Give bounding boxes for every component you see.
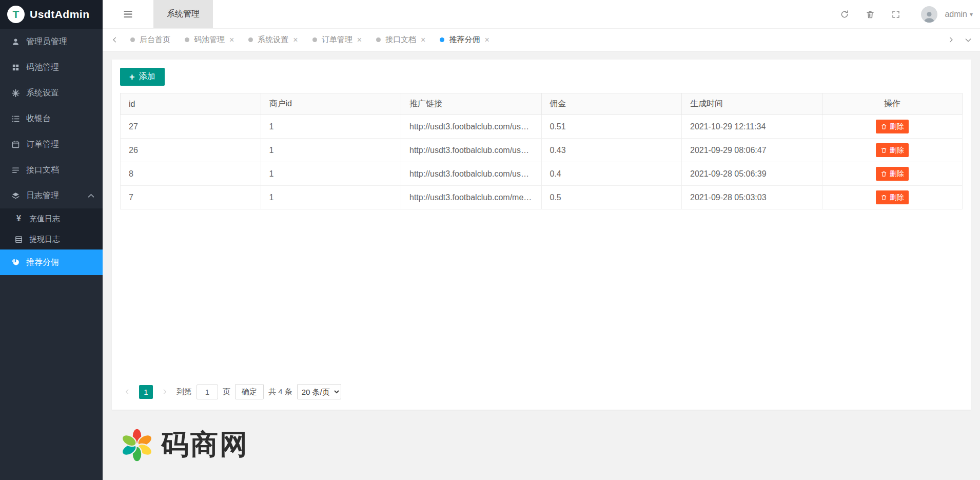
tab-label: 码池管理 [194, 35, 225, 45]
table-row: 8 1 http://usdt3.footbalclub.com/usdtmer… [121, 162, 963, 186]
document-lines-icon [11, 166, 20, 175]
sidebar: T UsdtAdmin 管理员管理 码池管理 系统设置 收银台 [0, 0, 103, 480]
fullscreen-icon [891, 10, 900, 19]
page-size-select[interactable]: 20 条/页 [297, 384, 341, 399]
cell-commission: 0.5 [541, 186, 682, 209]
tab-label: 系统设置 [258, 35, 288, 45]
tab-close-icon[interactable]: × [421, 36, 425, 44]
cell-commission: 0.4 [541, 162, 682, 186]
hamburger-icon [123, 9, 133, 19]
app-title: UsdtAdmin [30, 8, 90, 21]
sidebar-item-order-management[interactable]: 订单管理 [0, 131, 103, 157]
header-tab-system-management[interactable]: 系统管理 [153, 0, 213, 28]
table-list-icon [14, 235, 23, 244]
tab-label: 订单管理 [322, 35, 352, 45]
yen-icon: ¥ [14, 214, 23, 223]
brand-flower-icon [120, 428, 154, 462]
chevron-left-icon [111, 36, 119, 44]
sidebar-item-referral-commission[interactable]: 推荐分佣 [0, 249, 103, 275]
goto-page-input[interactable] [197, 385, 218, 399]
delete-button[interactable]: 删除 [876, 120, 909, 133]
refresh-button[interactable] [840, 10, 849, 19]
cell-id: 7 [121, 186, 261, 209]
cell-merchant-id: 1 [261, 186, 401, 209]
tab-dot-icon [130, 37, 135, 42]
tabs-more-button[interactable] [959, 36, 977, 44]
sidebar-item-recharge-log[interactable]: ¥ 充值日志 [0, 208, 103, 229]
sidebar-item-admin-management[interactable]: 管理员管理 [0, 29, 103, 54]
referral-commission-panel: + 添加 id 商户id 推广链接 佣金 生成时间 操作 [112, 60, 971, 410]
tab-api-docs[interactable]: 接口文档 × [369, 29, 433, 51]
tab-home[interactable]: 后台首页 [123, 29, 178, 51]
sidebar-item-label: 接口文档 [26, 165, 59, 176]
footer-brand: 码商网 [112, 410, 971, 480]
tab-referral-commission[interactable]: 推荐分佣 × [433, 29, 496, 51]
add-button[interactable]: + 添加 [120, 68, 165, 86]
brand-name: 码商网 [161, 426, 249, 464]
fullscreen-button[interactable] [891, 10, 900, 19]
content-area: + 添加 id 商户id 推广链接 佣金 生成时间 操作 [103, 51, 980, 480]
sidebar-item-cashier[interactable]: 收银台 [0, 106, 103, 131]
data-table-wrap: id 商户id 推广链接 佣金 生成时间 操作 27 1 [120, 93, 963, 209]
page-tabbar: 后台首页 码池管理 × 系统设置 × 订单管理 × 接口文档 × [103, 29, 980, 51]
column-header-merchant-id: 商户id [261, 93, 401, 115]
sidebar-item-log-management[interactable]: 日志管理 [0, 183, 103, 208]
tab-dot-icon [376, 37, 381, 42]
pagination-next-button[interactable] [158, 385, 172, 399]
cell-merchant-id: 1 [261, 115, 401, 139]
tab-system-settings[interactable]: 系统设置 × [241, 29, 305, 51]
cell-id: 27 [121, 115, 261, 139]
delete-button[interactable]: 删除 [876, 167, 909, 181]
chevron-up-icon [87, 191, 95, 200]
sidebar-item-api-docs[interactable]: 接口文档 [0, 157, 103, 183]
tab-close-icon[interactable]: × [293, 36, 298, 44]
cell-id: 8 [121, 162, 261, 186]
avatar[interactable] [921, 6, 937, 23]
delete-button-label: 删除 [890, 169, 904, 179]
cell-actions: 删除 [822, 162, 963, 186]
user-icon [11, 37, 20, 46]
grid-icon [11, 63, 20, 72]
column-header-created-at: 生成时间 [682, 93, 822, 115]
gear-icon [11, 89, 20, 98]
tab-dot-icon [185, 37, 189, 42]
tab-label: 后台首页 [140, 35, 170, 45]
cell-commission: 0.51 [541, 115, 682, 139]
cell-created-at: 2021-09-28 05:06:39 [682, 162, 822, 186]
delete-button-label: 删除 [890, 122, 904, 131]
table-header-row: id 商户id 推广链接 佣金 生成时间 操作 [121, 93, 963, 115]
sidebar-item-pool-management[interactable]: 码池管理 [0, 54, 103, 80]
trash-icon [880, 194, 887, 201]
tab-pool-management[interactable]: 码池管理 × [178, 29, 241, 51]
column-header-commission: 佣金 [541, 93, 682, 115]
refresh-icon [840, 10, 849, 19]
trash-icon [880, 123, 887, 130]
avatar-silhouette-icon [923, 9, 936, 23]
sidebar-item-label: 订单管理 [26, 139, 59, 150]
tab-label: 接口文档 [385, 35, 416, 45]
pagination-prev-button[interactable] [120, 385, 134, 399]
header-actions: admin ▾ [840, 6, 980, 23]
goto-page-unit: 页 [223, 387, 230, 397]
tabs-scroll-left-button[interactable] [106, 29, 123, 51]
delete-button[interactable]: 删除 [876, 143, 909, 157]
pagination-confirm-button[interactable]: 确定 [235, 384, 264, 399]
tabbar-right-controls [942, 36, 977, 44]
tab-close-icon[interactable]: × [484, 36, 489, 44]
clear-cache-button[interactable] [866, 10, 875, 19]
tabs-scroll-right-button[interactable] [942, 36, 959, 44]
chevron-right-icon [161, 388, 168, 395]
pagination-current-page[interactable]: 1 [139, 385, 153, 399]
user-menu[interactable]: admin ▾ [945, 10, 973, 19]
goto-page-label: 到第 [177, 387, 192, 397]
tab-close-icon[interactable]: × [229, 36, 234, 44]
sidebar-item-system-settings[interactable]: 系统设置 [0, 80, 103, 106]
cell-created-at: 2021-09-28 05:03:03 [682, 186, 822, 209]
tab-order-management[interactable]: 订单管理 × [305, 29, 369, 51]
tab-close-icon[interactable]: × [357, 36, 362, 44]
tab-label: 推荐分佣 [449, 35, 480, 45]
menu-fold-button[interactable] [123, 9, 133, 19]
delete-button[interactable]: 删除 [876, 190, 909, 204]
sidebar-item-withdraw-log[interactable]: 提现日志 [0, 229, 103, 249]
cell-link: http://usdt3.footbalclub.com/merchan... [401, 186, 542, 209]
